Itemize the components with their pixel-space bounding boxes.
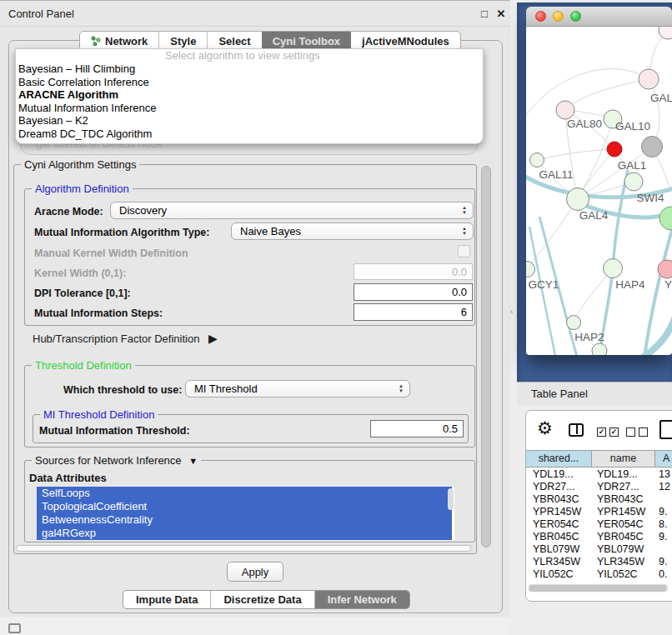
node-gray[interactable] [642,137,663,158]
table-panel-title: Table Panel [517,388,588,400]
node-label: GAL1 [618,159,647,172]
which-threshold-combo[interactable]: MI Threshold ▲▼ [185,380,410,398]
table-row[interactable]: YBR043C YBR043C [526,493,672,506]
cell-value [655,493,672,506]
settings-vertical-scrollbar[interactable] [481,166,491,548]
table-row[interactable]: YBL079W YBL079W [526,543,672,556]
panel-toggle-button[interactable] [8,623,21,633]
tab-select[interactable]: Select [207,32,261,50]
aracne-mode-combo[interactable]: Discovery ▲▼ [110,202,474,219]
settings-horizontal-scrollbar[interactable] [15,544,474,552]
column-header-shared-name[interactable]: shared... [526,451,592,467]
manual-kernel-width-label: Manual Kernel Width Definition [34,248,188,259]
kernel-width-label: Kernel Width (0,1): [34,268,126,279]
tab-infer-network[interactable]: Infer Network [314,591,409,608]
cell-value: 9. [655,556,672,568]
algorithm-option-selected[interactable]: ARACNE Algorithm [16,88,483,102]
table-row[interactable]: YIL052C YIL052C 0. [526,568,672,580]
cell-value: 13 [655,468,672,481]
kernel-width-field[interactable]: 0.0 [354,263,473,280]
mi-steps-label: Mutual Information Steps: [34,308,163,319]
node[interactable] [592,343,607,355]
table-row[interactable]: YDL19... YDL19... 13 [526,468,672,481]
table-horizontal-scrollbar-thumb[interactable] [529,585,667,592]
float-window-button[interactable]: □ [477,6,492,21]
collapse-arrow-icon[interactable]: ▼ [188,456,198,466]
mi-steps-field[interactable]: 6 [354,303,473,321]
cell-shared-name: YIL052C [526,568,592,580]
attribute-item[interactable]: gal4RGexp [37,527,452,540]
control-panel-titlebar: Control Panel [0,1,510,27]
mi-threshold-field[interactable]: 0.5 [370,420,464,438]
table-row[interactable]: YBR045C YBR045C 9. [526,531,672,543]
algorithm-option[interactable]: Mutual Information Inference [16,102,483,115]
node-hap4[interactable] [604,259,623,278]
zoom-window-button[interactable] [570,11,581,22]
split-columns-button[interactable] [569,423,584,437]
algorithm-option[interactable]: Dream8 DC_TDC Algorithm [16,128,483,141]
network-view-window[interactable]: GAL GAL80 GAL10 GAL1 SWI4 GAL11 GAL4 GCY… [526,7,672,355]
node-gal1[interactable] [624,172,643,191]
node-label: Y [664,278,672,291]
node-gal80[interactable] [556,101,574,119]
node-hap2[interactable] [567,316,581,330]
algorithm-option[interactable]: Bayesian – Hill Climbing [16,62,483,76]
tab-network[interactable]: Network [80,32,158,50]
deselect-columns-button[interactable] [626,428,648,437]
table-row[interactable]: YER054C YER054C 8. [526,518,672,531]
column-header-partial[interactable]: A [655,451,672,467]
splitter-handle-icon[interactable]: ‹ [510,307,513,316]
settings-horizontal-scrollbar-thumb[interactable] [16,545,471,552]
mi-algorithm-type-combo[interactable]: Naive Bayes ▲▼ [231,222,474,240]
node-red-selected[interactable] [607,142,622,157]
hub-definition-label: Hub/Transcription Factor Definition [33,332,199,345]
table-horizontal-scrollbar[interactable] [529,584,669,592]
column-header-name[interactable]: name [592,451,655,467]
node-label: HAP4 [615,278,645,291]
table-row[interactable]: YDR27... YDR27... 12 [526,481,672,493]
node-gal4[interactable] [567,188,589,211]
node-label: HAP2 [574,331,604,343]
cell-value: 9. [655,506,672,518]
network-window-titlebar[interactable] [526,7,672,27]
new-table-page-button[interactable] [659,420,672,439]
node-green[interactable] [659,207,672,230]
node-gcy1[interactable] [526,262,535,278]
apply-button[interactable]: Apply [227,562,283,582]
attribute-item[interactable]: BetweennessCentrality [37,513,452,527]
network-nodes[interactable] [526,27,672,355]
select-all-columns-button[interactable]: ✓ ✓ [597,428,619,437]
table-row[interactable]: YPR145W YPR145W 9. [526,506,672,518]
table-header-row: shared... name A [526,450,672,468]
mi-algorithm-type-value: Naive Bayes [240,225,301,238]
network-canvas[interactable]: GAL GAL80 GAL10 GAL1 SWI4 GAL11 GAL4 GCY… [526,27,672,355]
node-gal11[interactable] [530,153,544,168]
dpi-tolerance-field[interactable]: 0.0 [354,283,473,301]
cell-shared-name: YDL19... [526,468,592,481]
hub-definition-toggle[interactable]: Hub/Transcription Factor Definition ▶ [33,332,218,345]
node-label: GAL10 [615,120,650,132]
node[interactable] [659,27,672,39]
table-settings-gear-button[interactable]: ⚙ [537,418,553,438]
attributes-scrollbar[interactable] [448,488,454,510]
close-window-button[interactable] [535,11,546,22]
tab-jactivemnodules[interactable]: jActiveMNodules [351,32,460,50]
tab-discretize-data[interactable]: Discretize Data [210,591,313,608]
algorithm-option[interactable]: Basic Correlation Inference [16,76,483,89]
tab-impute-data[interactable]: Impute Data [123,591,210,608]
manual-kernel-width-checkbox[interactable] [458,245,470,258]
bottom-tabbar: Impute Data Discretize Data Infer Networ… [123,590,410,609]
minimize-window-button[interactable] [553,11,564,22]
node-gal-partial[interactable] [639,69,659,89]
threshold-definition-title: Threshold Definition [32,359,135,372]
algorithm-option[interactable]: Bayesian – K2 [16,114,483,128]
table-row[interactable]: YLR345W YLR345W 9. [526,556,672,568]
node-y-partial[interactable] [658,260,672,278]
mi-algorithm-type-label: Mutual Information Algorithm Type: [34,227,209,238]
tab-style[interactable]: Style [158,32,207,50]
tab-cyni-toolbox[interactable]: Cyni Toolbox [262,32,351,50]
attribute-item[interactable]: TopologicalCoefficient [37,500,452,513]
attribute-item[interactable]: SelfLoops [37,487,452,500]
cell-name: YBR043C [592,493,655,506]
close-panel-button[interactable]: ✕ [494,6,509,21]
